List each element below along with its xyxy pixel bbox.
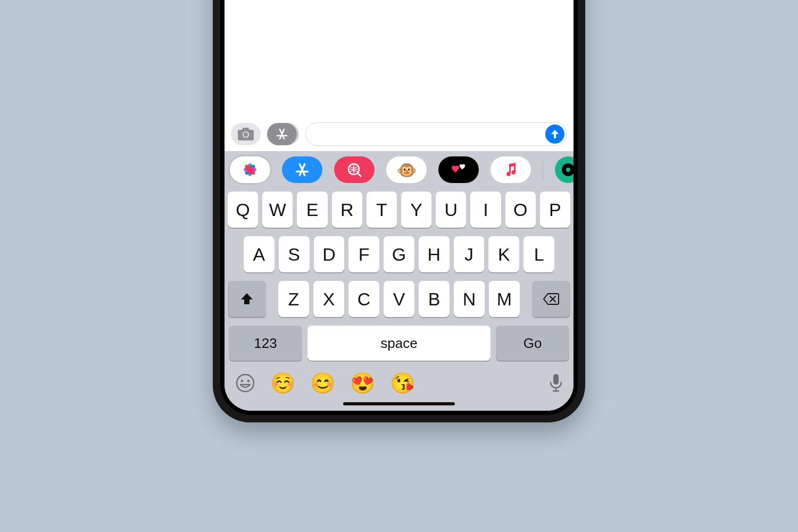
key-p[interactable]: P (540, 192, 570, 228)
key-r[interactable]: R (332, 192, 362, 228)
app-photos[interactable] (230, 156, 270, 183)
message-text-field[interactable] (305, 122, 567, 146)
svg-point-16 (237, 375, 254, 392)
key-k[interactable]: K (488, 236, 519, 272)
emoji-icon (235, 373, 255, 393)
key-y[interactable]: Y (401, 192, 431, 228)
key-shift[interactable] (228, 281, 266, 317)
send-button[interactable] (545, 124, 564, 144)
phone-bezel: 🐵 Q (220, 0, 578, 415)
photos-icon (241, 161, 259, 179)
key-g[interactable]: G (384, 236, 414, 272)
key-f[interactable]: F (348, 236, 379, 272)
hearts-icon (450, 163, 468, 176)
key-w[interactable]: W (262, 192, 293, 228)
key-v[interactable]: V (384, 281, 414, 317)
svg-line-11 (358, 173, 361, 176)
imessage-app-strip[interactable]: 🐵 (225, 151, 573, 188)
key-b[interactable]: B (419, 281, 450, 317)
key-z[interactable]: Z (278, 281, 309, 317)
message-input[interactable] (314, 128, 545, 140)
backspace-icon (543, 293, 560, 305)
app-store[interactable] (282, 156, 322, 183)
key-numbers[interactable]: 123 (229, 326, 302, 361)
app-strip-divider (543, 160, 543, 179)
arrow-up-icon (550, 129, 560, 139)
svg-point-1 (244, 132, 248, 137)
svg-point-18 (247, 380, 250, 383)
recent-emoji-1[interactable]: ☺️ (270, 371, 295, 395)
key-return[interactable]: Go (496, 326, 569, 361)
key-c[interactable]: C (348, 281, 379, 317)
app-music[interactable] (491, 156, 531, 183)
key-m[interactable]: M (489, 281, 520, 317)
mic-icon (549, 373, 563, 393)
conversation-area (225, 0, 573, 118)
screen: 🐵 Q (225, 0, 573, 411)
svg-point-15 (566, 168, 570, 172)
key-o[interactable]: O (505, 192, 536, 228)
app-memoji[interactable]: 🐵 (386, 156, 427, 183)
music-icon (505, 163, 517, 177)
home-indicator[interactable] (343, 402, 455, 405)
appstore-glyph-icon (295, 162, 310, 177)
key-backspace[interactable] (532, 281, 570, 317)
svg-rect-20 (553, 374, 559, 385)
monkey-emoji-icon: 🐵 (397, 161, 417, 179)
key-a[interactable]: A (244, 236, 275, 272)
keyboard-row-2: A S D F G H J K L (228, 236, 570, 272)
emoji-keyboard-button[interactable] (235, 373, 255, 393)
search-grid-icon (346, 162, 362, 178)
dictation-button[interactable] (549, 373, 563, 393)
key-h[interactable]: H (419, 236, 450, 272)
keyboard-row-1: Q W E R T Y U I O P (228, 192, 570, 228)
message-input-bar (225, 118, 573, 151)
key-e[interactable]: E (297, 192, 327, 228)
disc-icon (560, 162, 573, 178)
keyboard: Q W E R T Y U I O P A S D F G H J K L (225, 188, 573, 367)
key-j[interactable]: J (454, 236, 485, 272)
key-n[interactable]: N (454, 281, 485, 317)
app-images[interactable] (334, 156, 375, 183)
shift-icon (240, 292, 254, 306)
recent-emoji-2[interactable]: 😊 (310, 371, 335, 395)
key-s[interactable]: S (279, 236, 310, 272)
key-x[interactable]: X (313, 281, 344, 317)
app-digital-touch[interactable] (438, 156, 479, 183)
key-i[interactable]: I (470, 192, 501, 228)
key-u[interactable]: U (436, 192, 466, 228)
svg-point-17 (241, 380, 244, 383)
appstore-icon (276, 128, 288, 140)
recent-emoji-4[interactable]: 😘 (390, 371, 415, 395)
key-space[interactable]: space (307, 326, 491, 361)
key-d[interactable]: D (314, 236, 345, 272)
keyboard-row-4: 123 space Go (228, 326, 570, 361)
recent-emoji-3[interactable]: 😍 (350, 371, 375, 395)
keyboard-row-3: Z X C V B N M (228, 281, 570, 317)
key-q[interactable]: Q (228, 192, 258, 228)
camera-button[interactable] (231, 123, 261, 145)
key-t[interactable]: T (367, 192, 397, 228)
appstore-drawer-button[interactable] (267, 123, 299, 145)
phone-frame: 🐵 Q (213, 0, 585, 422)
key-l[interactable]: L (523, 236, 554, 272)
camera-icon (237, 127, 254, 141)
app-more[interactable] (555, 156, 573, 183)
